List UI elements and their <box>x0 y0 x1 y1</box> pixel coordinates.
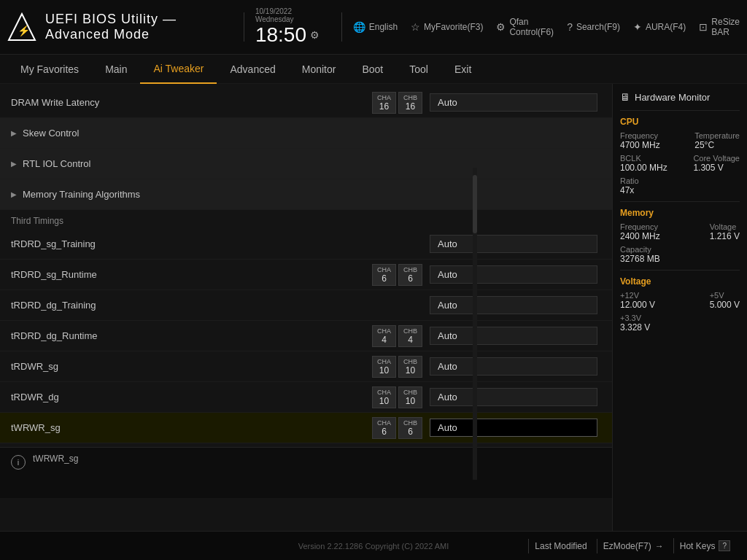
memory-section-header: Memory <box>620 208 740 218</box>
trdrd-dg-training-row[interactable]: tRDRD_dg_Training Auto <box>0 290 612 321</box>
myfavorite-icon: ☆ <box>411 21 420 33</box>
nav-favorites[interactable]: My Favorites <box>7 55 92 84</box>
dram-write-latency-channels: CHA 16 CHB 16 <box>372 92 422 114</box>
nav-boot[interactable]: Boot <box>349 55 396 84</box>
chb-badge-dram: CHB 16 <box>398 92 422 114</box>
language-tool[interactable]: 🌐 English <box>353 21 398 33</box>
trdwr-dg-channels: CHA 10 CHB 10 <box>372 386 422 408</box>
chb-badge-trdwr-dg: CHB 10 <box>398 386 422 408</box>
cha-badge-trdwr-dg: CHA 10 <box>372 386 396 408</box>
trdrd-sg-training-row[interactable]: tRDRD_sg_Training Auto <box>0 229 612 260</box>
trdrd-dg-runtime-row[interactable]: tRDRD_dg_Runtime CHA 4 CHB 4 Auto <box>0 321 612 351</box>
trdrd-sg-training-value[interactable]: Auto <box>430 235 597 253</box>
memory-training-label: ▶ Memory Training Algorithms <box>11 189 597 200</box>
skew-control-label: ▶ Skew Control <box>11 128 597 139</box>
trdrd-sg-runtime-channels: CHA 6 CHB 6 <box>372 264 422 286</box>
main-layout: DRAM Write Latency CHA 16 CHB 16 Auto ▶ <box>0 84 747 531</box>
monitor-divider-2 <box>620 270 740 271</box>
search-icon: ? <box>567 21 573 33</box>
trdrd-sg-runtime-label: tRDRD_sg_Runtime <box>11 269 372 280</box>
third-timings-label: Third Timings <box>0 210 612 229</box>
cpu-section-header: CPU <box>620 117 740 127</box>
nav-tool[interactable]: Tool <box>396 55 441 84</box>
trdwr-sg-channels: CHA 10 CHB 10 <box>372 356 422 378</box>
header: ⚡ UEFI BIOS Utility — Advanced Mode 10/1… <box>0 0 747 55</box>
cpu-ratio-row: Ratio 47x <box>620 176 740 195</box>
resizebar-tool[interactable]: ⊡ ReSize BAR <box>699 17 740 37</box>
twrwr-sg-channels: CHA 6 CHB 6 <box>372 417 422 439</box>
version-text: Version 2.22.1286 Copyright (C) 2022 AMI <box>298 542 449 551</box>
nav-monitor[interactable]: Monitor <box>289 55 349 84</box>
voltage-12v-row: +12V 12.000 V +5V 5.000 V <box>620 291 740 310</box>
trdrd-dg-runtime-channels: CHA 4 CHB 4 <box>372 325 422 347</box>
trdwr-sg-row[interactable]: tRDWR_sg CHA 10 CHB 10 Auto <box>0 351 612 382</box>
qfan-icon: ⚙ <box>496 21 506 33</box>
rtl-iol-label: ▶ RTL IOL Control <box>11 158 597 169</box>
ezmode-icon: → <box>655 541 664 551</box>
memory-training-row[interactable]: ▶ Memory Training Algorithms <box>0 179 612 210</box>
aura-tool[interactable]: ✦ AURA(F4) <box>633 21 686 33</box>
title-block: UEFI BIOS Utility — Advanced Mode <box>45 12 218 42</box>
settings-icon[interactable]: ⚙ <box>310 29 320 41</box>
svg-text:⚡: ⚡ <box>18 25 31 37</box>
scroll-indicator[interactable] <box>473 168 477 480</box>
trdwr-dg-label: tRDWR_dg <box>11 392 372 402</box>
time-text: 18:50 <box>255 23 306 47</box>
last-modified-btn[interactable]: Last Modified <box>528 539 592 553</box>
search-tool[interactable]: ? Search(F9) <box>567 21 620 33</box>
trdwr-dg-row[interactable]: tRDWR_dg CHA 10 CHB 10 Auto <box>0 382 612 413</box>
memory-capacity-key: Capacity 32768 MB <box>620 245 660 264</box>
rtl-expand-arrow: ▶ <box>11 160 17 168</box>
scroll-thumb[interactable] <box>473 175 477 233</box>
main-nav: My Favorites Main Ai Tweaker Advanced Mo… <box>0 55 747 84</box>
language-icon: 🌐 <box>353 21 365 33</box>
footer: Version 2.22.1286 Copyright (C) 2022 AMI… <box>0 531 747 560</box>
monitor-divider-1 <box>620 201 740 202</box>
trdrd-sg-runtime-value[interactable]: Auto <box>430 265 597 284</box>
cpu-frequency-key: Frequency 4700 MHz <box>620 131 660 150</box>
trdrd-dg-runtime-label: tRDRD_dg_Runtime <box>11 330 372 341</box>
chb-badge-trdwr-sg: CHB 10 <box>398 356 422 378</box>
nav-aitweaker[interactable]: Ai Tweaker <box>140 55 217 84</box>
trdwr-sg-value[interactable]: Auto <box>430 357 597 376</box>
trdwr-dg-value[interactable]: Auto <box>430 388 597 406</box>
skew-control-row[interactable]: ▶ Skew Control <box>0 118 612 149</box>
voltage-33v-row: +3.3V 3.328 V <box>620 314 740 332</box>
nav-advanced[interactable]: Advanced <box>217 55 288 84</box>
memory-expand-arrow: ▶ <box>11 190 17 198</box>
memory-capacity-row: Capacity 32768 MB <box>620 245 740 264</box>
settings-container: DRAM Write Latency CHA 16 CHB 16 Auto ▶ <box>0 84 612 447</box>
nav-main[interactable]: Main <box>92 55 140 84</box>
cpu-temperature-key: Temperature 25°C <box>694 131 740 150</box>
cha-badge-trdwr-sg: CHA 10 <box>372 356 396 378</box>
hw-monitor-title: 🖥 Hardware Monitor <box>620 91 740 111</box>
content-area: DRAM Write Latency CHA 16 CHB 16 Auto ▶ <box>0 84 612 531</box>
trdrd-sg-runtime-row[interactable]: tRDRD_sg_Runtime CHA 6 CHB 6 Auto <box>0 260 612 290</box>
twrwr-sg-row[interactable]: tWRWR_sg CHA 6 CHB 6 Auto <box>0 413 612 443</box>
cpu-bclk-key: BCLK 100.00 MHz <box>620 154 667 173</box>
voltage-5v-key: +5V 5.000 V <box>710 291 740 310</box>
chb-badge-twrwr-sg: CHB 6 <box>398 417 422 439</box>
trdrd-dg-training-value[interactable]: Auto <box>430 296 597 314</box>
rtl-iol-row[interactable]: ▶ RTL IOL Control <box>0 149 612 179</box>
header-divider2 <box>341 12 342 42</box>
twrwr-sg-label: tWRWR_sg <box>11 422 372 433</box>
dram-write-latency-row[interactable]: DRAM Write Latency CHA 16 CHB 16 Auto <box>0 88 612 118</box>
cha-badge-twrwr-sg: CHA 6 <box>372 417 396 439</box>
ezmode-btn[interactable]: EzMode(F7) → <box>597 539 670 553</box>
qfan-tool[interactable]: ⚙ Qfan Control(F6) <box>496 17 554 37</box>
cha-badge-sg-runtime: CHA 6 <box>372 264 396 286</box>
nav-exit[interactable]: Exit <box>441 55 484 84</box>
myfavorite-tool[interactable]: ☆ MyFavorite(F3) <box>411 21 483 33</box>
right-panel: 🖥 Hardware Monitor CPU Frequency 4700 MH… <box>612 84 747 531</box>
dram-write-latency-label: DRAM Write Latency <box>11 97 372 108</box>
cpu-frequency-row: Frequency 4700 MHz Temperature 25°C <box>620 131 740 150</box>
header-divider <box>244 12 244 42</box>
twrwr-sg-value[interactable]: Auto <box>430 419 597 437</box>
info-icon: i <box>11 455 26 470</box>
trdrd-sg-training-label: tRDRD_sg_Training <box>11 238 430 249</box>
memory-voltage-key: Voltage 1.216 V <box>710 222 740 241</box>
trdrd-dg-runtime-value[interactable]: Auto <box>430 327 597 345</box>
hotkeys-btn[interactable]: Hot Keys ? <box>673 538 736 553</box>
dram-write-latency-value[interactable]: Auto <box>430 93 597 112</box>
